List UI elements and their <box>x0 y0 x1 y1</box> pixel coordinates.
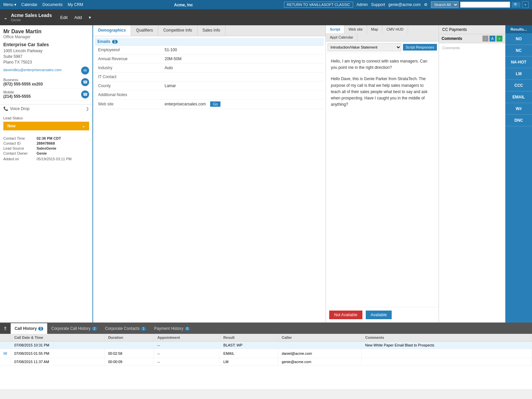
nav-right: RETURN TO VANILLASOFT CLASSIC Admin Supp… <box>284 1 529 8</box>
available-button[interactable]: Available <box>366 311 392 319</box>
contact-id-row: Contact ID 288478668 <box>3 141 89 145</box>
business-phone-label: Business <box>3 78 43 82</box>
edit-button[interactable]: Edit <box>59 14 69 21</box>
mycrm-link[interactable]: My CRM <box>67 2 83 7</box>
call-history-label: Call History <box>15 326 37 331</box>
menu-dropdown[interactable]: Menu ▾ <box>3 2 16 7</box>
collapse-button[interactable]: ⌄ <box>3 14 8 21</box>
search-button[interactable]: 🔍 <box>512 2 520 8</box>
menu-chevron-icon: ▾ <box>14 2 16 7</box>
voice-drop-row[interactable]: 📞 Voice Drop ❯ <box>0 104 92 113</box>
address-line1: 1005 Lincoln Parkway <box>3 48 89 54</box>
add-button[interactable]: Add <box>72 14 83 21</box>
tab-demographics[interactable]: Demographics <box>93 25 131 36</box>
col-comments: Comments <box>362 334 532 341</box>
tab-sales-info[interactable]: Sales Info <box>198 25 225 36</box>
result-dnc-button[interactable]: DNC <box>505 115 532 126</box>
website-go-button[interactable]: Go <box>210 101 220 107</box>
bottom-expand-button[interactable]: ⇑ <box>0 323 11 334</box>
script-type-select[interactable]: Introduction/Value Statement <box>328 43 401 51</box>
app-header-actions: Edit Add ▾ <box>59 14 93 21</box>
support-link[interactable]: Support <box>371 2 385 7</box>
result-na-hot-button[interactable]: NA-HOT <box>505 57 532 68</box>
call-history-table-container: Call Date & Time Duration Appointment Re… <box>0 334 532 389</box>
business-call-icon[interactable]: ☎ <box>81 78 89 86</box>
lead-source-value: SalesGenie <box>37 146 56 150</box>
row-cell-5 <box>362 358 532 366</box>
tab-script[interactable]: Script <box>326 25 344 33</box>
bottom-tab-corporate-call-history[interactable]: Corporate Call History 2 <box>47 323 101 334</box>
comments-tab[interactable]: Comments <box>442 36 481 41</box>
mobile-call-icon[interactable]: ☎ <box>81 90 89 98</box>
bottom-tab-payment-history[interactable]: Payment History 0 <box>150 323 194 334</box>
result-ccc-button[interactable]: CCC <box>505 80 532 91</box>
industry-label: Industry <box>95 64 161 72</box>
comments-panel: CC Payments Comments - A + Comments <box>439 25 505 323</box>
contact-email[interactable]: daveridley@enterprisecarsales.com <box>3 68 62 72</box>
search-input[interactable] <box>460 2 510 8</box>
email-icon[interactable]: ✉ <box>81 66 89 74</box>
business-phone-number: (972) 555-5555 xx203 <box>3 82 43 86</box>
table-row[interactable]: 07/08/2015 11:37 AM00:00:09--LMgenie@acm… <box>0 358 532 366</box>
row-cell-4 <box>278 341 362 349</box>
tab-competitive-info[interactable]: Competitive Info <box>158 25 198 36</box>
row-cell-1: 00:02:58 <box>105 349 154 358</box>
script-responses-button[interactable]: Script Responses <box>403 44 437 51</box>
contact-owner-row: Contact Owner Genie <box>3 151 89 155</box>
col-appointment: Appointment <box>154 334 220 341</box>
tab-cmv-hud[interactable]: CMV HUD <box>382 25 408 33</box>
lead-source-label: Lead Source <box>3 146 37 150</box>
contact-time-value: 02:36 PM CDT <box>37 136 61 140</box>
table-row[interactable]: 07/08/2015 10:31 PM--BLAST: WPNew White … <box>0 341 532 349</box>
tab-appt-calendar[interactable]: Appt Calendar <box>326 33 357 41</box>
tab-map[interactable]: Map <box>367 25 382 33</box>
county-value: Lamar <box>161 81 324 90</box>
contact-id-label: Contact ID <box>3 141 37 145</box>
search-plus-button[interactable]: + <box>522 1 529 8</box>
tab-qualifiers[interactable]: Qualifiers <box>131 25 158 36</box>
row-icon-cell <box>0 341 11 349</box>
annual-revenue-label: Annual Revenue <box>95 55 161 64</box>
result-lm-button[interactable]: LM <box>505 68 532 80</box>
row-cell-0: 07/08/2015 01:55 PM <box>11 349 105 358</box>
comments-minus-button[interactable]: - <box>482 36 488 42</box>
bottom-tab-corporate-contacts[interactable]: Corporate Contacts 1 <box>101 323 150 334</box>
it-contact-value <box>161 72 324 81</box>
annual-revenue-row: Annual Revenue 20M-50M <box>95 55 324 64</box>
lead-status-control: New ⌄ <box>3 122 89 130</box>
row-icon-cell: ✉ <box>0 349 11 358</box>
lead-status-badge[interactable]: New ⌄ <box>3 122 89 130</box>
admin-link[interactable]: Admin <box>356 2 368 7</box>
search-scope-select[interactable]: Search All <box>431 1 459 8</box>
col-date-time: Call Date & Time <box>11 334 105 341</box>
tab-web-site[interactable]: Web site <box>344 25 367 33</box>
return-to-classic-button[interactable]: RETURN TO VANILLASOFT CLASSIC <box>284 2 353 8</box>
comments-a-button[interactable]: A <box>489 36 495 42</box>
table-row[interactable]: ✉07/08/2015 01:55 PM00:02:58--EMAILdanie… <box>0 349 532 358</box>
contact-metadata: Contact Time 02:36 PM CDT Contact ID 288… <box>0 134 92 164</box>
added-on-value: 05/19/2015 03:11 PM <box>37 157 71 161</box>
not-available-button[interactable]: Not Available <box>329 311 362 319</box>
result-no-button[interactable]: NO <box>505 33 532 45</box>
bottom-tab-call-history[interactable]: Call History 3 <box>11 323 47 334</box>
app-header: ⌄ Acme Sales Leads Genie Edit Add ▾ <box>0 9 532 25</box>
documents-link[interactable]: Documents <box>43 2 63 7</box>
row-cell-0: 07/08/2015 11:37 AM <box>11 358 105 366</box>
website-cell: enterprisecarsales.com Go <box>161 99 324 109</box>
email-row-icon: ✉ <box>3 351 7 356</box>
row-cell-4: genie@acme.com <box>278 358 362 366</box>
results-header: Results... <box>505 25 532 33</box>
result-email-button[interactable]: EMAIL <box>505 91 532 103</box>
script-tab-bar: Script Web site Map CMV HUD Appt Calenda… <box>326 25 439 42</box>
contact-info: Mr Dave Martin Office Manager Enterprise… <box>0 25 92 104</box>
dropdown-arrow-button[interactable]: ▾ <box>87 14 93 21</box>
company-name: Acme, Inc <box>174 2 193 7</box>
emails-label: Emails <box>97 39 110 44</box>
calendar-link[interactable]: Calendar <box>21 2 38 7</box>
script-panel: Script Web site Map CMV HUD Appt Calenda… <box>326 25 439 323</box>
comments-plus-button[interactable]: + <box>496 36 502 42</box>
mobile-phone-label: Mobile <box>3 90 31 94</box>
center-panel: Demographics Qualifiers Competitive Info… <box>93 25 326 323</box>
result-nc-button[interactable]: NC <box>505 45 532 57</box>
result-w-hash-button[interactable]: W# <box>505 103 532 115</box>
